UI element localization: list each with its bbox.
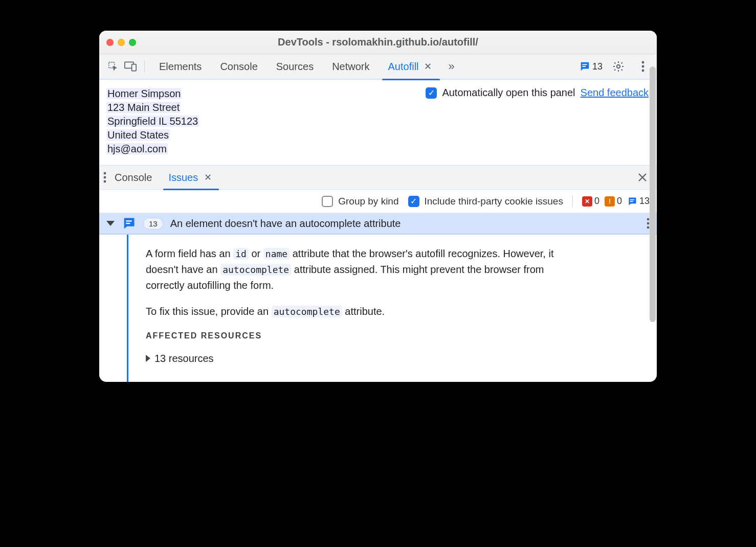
address-name: Homer Simpson bbox=[106, 88, 182, 99]
expand-icon bbox=[146, 355, 150, 362]
tab-label: Elements bbox=[159, 61, 202, 73]
tab-autofill[interactable]: Autofill ✕ bbox=[379, 54, 443, 79]
info-icon bbox=[627, 196, 637, 207]
svg-point-7 bbox=[642, 65, 644, 68]
group-by-kind-checkbox[interactable]: Group by kind bbox=[322, 196, 398, 207]
info-count: 13 bbox=[639, 196, 650, 207]
checkbox-icon bbox=[322, 196, 333, 207]
svg-rect-14 bbox=[126, 220, 132, 221]
drawer-tab-console[interactable]: Console bbox=[106, 165, 160, 190]
window-title: DevTools - rsolomakhin.github.io/autofil… bbox=[99, 36, 657, 48]
address-csz: Springfield IL 55123 bbox=[106, 116, 199, 127]
warning-icon: ! bbox=[605, 196, 615, 207]
issue-header[interactable]: 13 An element doesn't have an autocomple… bbox=[99, 213, 657, 235]
error-icon: ✕ bbox=[582, 196, 592, 207]
tab-elements[interactable]: Elements bbox=[150, 54, 211, 79]
issue-info-icon bbox=[122, 216, 136, 231]
code-autocomplete: autocomplete bbox=[220, 264, 291, 276]
tab-sources[interactable]: Sources bbox=[267, 54, 323, 79]
warnings-count: 0 bbox=[617, 196, 622, 207]
scrollbar-thumb[interactable] bbox=[650, 66, 656, 322]
code-name: name bbox=[263, 248, 290, 260]
svg-rect-12 bbox=[630, 199, 634, 200]
autofill-pane-controls: ✓ Automatically open this panel Send fee… bbox=[426, 87, 649, 99]
auto-open-label: Automatically open this panel bbox=[442, 87, 575, 99]
group-by-kind-label: Group by kind bbox=[338, 196, 398, 207]
issue-count-pill: 13 bbox=[143, 218, 163, 230]
code-id: id bbox=[233, 248, 249, 260]
tab-label: Autofill bbox=[388, 61, 419, 73]
kebab-menu-icon[interactable] bbox=[634, 58, 652, 75]
checkbox-icon: ✓ bbox=[408, 196, 419, 207]
info-filter[interactable]: 13 bbox=[627, 196, 650, 207]
auto-open-checkbox[interactable]: ✓ bbox=[426, 87, 437, 99]
affected-resources-title: AFFECTED RESOURCES bbox=[146, 330, 584, 343]
issue-paragraph-2: To fix this issue, provide an autocomple… bbox=[146, 304, 584, 320]
svg-point-5 bbox=[617, 65, 620, 68]
address-email: hjs@aol.com bbox=[106, 143, 168, 154]
close-tab-icon[interactable]: ✕ bbox=[422, 60, 434, 73]
code-autocomplete: autocomplete bbox=[272, 306, 342, 317]
svg-point-10 bbox=[104, 176, 106, 179]
autofill-pane: Homer Simpson 123 Main Street Springfiel… bbox=[99, 80, 657, 165]
devtools-window: DevTools - rsolomakhin.github.io/autofil… bbox=[99, 31, 657, 382]
drawer-tab-bar: Console Issues ✕ bbox=[99, 165, 657, 190]
svg-rect-3 bbox=[582, 64, 587, 65]
warnings-filter[interactable]: ! 0 bbox=[605, 196, 622, 207]
svg-rect-13 bbox=[630, 201, 633, 202]
send-feedback-link[interactable]: Send feedback bbox=[581, 87, 649, 99]
svg-point-6 bbox=[642, 61, 644, 64]
errors-count: 0 bbox=[594, 196, 599, 207]
issue-title: An element doesn't have an autocomplete … bbox=[170, 218, 401, 230]
issues-toolbar: Group by kind ✓ Include third-party cook… bbox=[99, 190, 657, 213]
issues-count: 13 bbox=[592, 61, 603, 72]
more-tabs-icon[interactable]: » bbox=[443, 58, 460, 75]
drawer-tab-label: Issues bbox=[168, 172, 198, 184]
svg-rect-4 bbox=[582, 66, 585, 67]
issue-kind-filters: ✕ 0 ! 0 13 bbox=[582, 196, 650, 207]
svg-point-17 bbox=[647, 222, 650, 225]
drawer-tab-issues[interactable]: Issues ✕ bbox=[160, 165, 222, 190]
issues-counter-button[interactable]: 13 bbox=[579, 61, 603, 72]
include-third-party-label: Include third-party cookie issues bbox=[425, 196, 563, 207]
autofill-address-block: Homer Simpson 123 Main Street Springfiel… bbox=[106, 87, 199, 156]
device-toolbar-icon[interactable] bbox=[122, 58, 139, 75]
affected-resources-toggle[interactable]: 13 resources bbox=[146, 351, 584, 367]
close-tab-icon[interactable]: ✕ bbox=[202, 171, 214, 184]
tab-label: Sources bbox=[276, 61, 314, 73]
tab-label: Console bbox=[220, 61, 257, 73]
collapse-icon[interactable] bbox=[106, 221, 115, 226]
tab-console[interactable]: Console bbox=[211, 54, 266, 79]
address-street: 123 Main Street bbox=[106, 102, 181, 113]
separator bbox=[572, 195, 573, 208]
svg-rect-15 bbox=[126, 223, 130, 224]
svg-point-18 bbox=[647, 226, 650, 229]
svg-point-8 bbox=[642, 70, 644, 72]
svg-point-11 bbox=[104, 180, 106, 183]
titlebar: DevTools - rsolomakhin.github.io/autofil… bbox=[99, 31, 657, 54]
resources-label: 13 resources bbox=[154, 351, 214, 367]
tab-label: Network bbox=[332, 61, 369, 73]
svg-point-9 bbox=[104, 172, 106, 175]
toolbar-separator bbox=[144, 60, 145, 73]
issue-paragraph-1: A form field has an id or name attribute… bbox=[146, 246, 584, 293]
inspect-element-icon[interactable] bbox=[104, 58, 122, 75]
tab-network[interactable]: Network bbox=[323, 54, 379, 79]
settings-icon[interactable] bbox=[610, 58, 627, 75]
include-third-party-checkbox[interactable]: ✓ Include third-party cookie issues bbox=[408, 196, 563, 207]
drawer-tab-label: Console bbox=[115, 172, 152, 184]
svg-point-16 bbox=[647, 218, 650, 221]
main-toolbar: Elements Console Sources Network Autofil… bbox=[99, 54, 657, 80]
errors-filter[interactable]: ✕ 0 bbox=[582, 196, 599, 207]
issue-body: A form field has an id or name attribute… bbox=[99, 235, 657, 382]
address-country: United States bbox=[106, 129, 170, 141]
svg-rect-2 bbox=[132, 64, 137, 71]
